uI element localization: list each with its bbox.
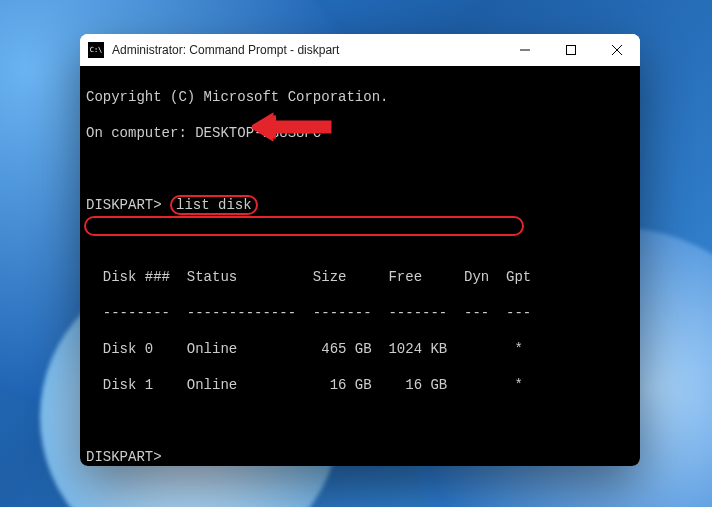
table-row: Disk 1 Online 16 GB 16 GB * <box>86 376 634 394</box>
copyright-line: Copyright (C) Microsoft Corporation. <box>86 88 634 106</box>
window-title: Administrator: Command Prompt - diskpart <box>112 43 502 57</box>
prompt-text: DISKPART> <box>86 197 162 213</box>
blank-line <box>86 160 634 178</box>
minimize-button[interactable] <box>502 34 548 66</box>
prompt-line-1: DISKPART> list disk <box>86 196 634 214</box>
table-header: Disk ### Status Size Free Dyn Gpt <box>86 268 634 286</box>
svg-rect-1 <box>567 46 576 55</box>
console-area[interactable]: Copyright (C) Microsoft Corporation. On … <box>80 66 640 466</box>
maximize-button[interactable] <box>548 34 594 66</box>
computer-line: On computer: DESKTOP-IG8S8PC <box>86 124 634 142</box>
table-divider: -------- ------------- ------- ------- -… <box>86 304 634 322</box>
command-highlight: list disk <box>170 195 258 215</box>
prompt-line-2: DISKPART> <box>86 448 634 466</box>
close-button[interactable] <box>594 34 640 66</box>
blank-line <box>86 412 634 430</box>
cmd-icon <box>88 42 104 58</box>
blank-line <box>86 232 634 250</box>
command-prompt-window: Administrator: Command Prompt - diskpart… <box>80 34 640 466</box>
titlebar[interactable]: Administrator: Command Prompt - diskpart <box>80 34 640 66</box>
table-row: Disk 0 Online 465 GB 1024 KB * <box>86 340 634 358</box>
